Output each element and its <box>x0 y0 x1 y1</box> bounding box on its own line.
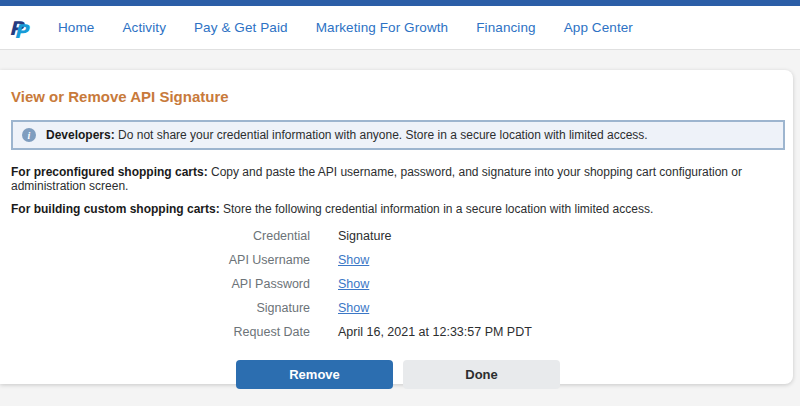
request-date-label: Request Date <box>11 325 310 339</box>
signature-row: Signature Show <box>11 301 785 315</box>
custom-carts-paragraph: For building custom shopping carts: Stor… <box>11 202 785 216</box>
api-username-label: API Username <box>11 253 310 267</box>
api-password-show-link[interactable]: Show <box>338 277 369 291</box>
credentials-table: Credential Signature API Username Show A… <box>11 229 785 339</box>
alert-lead: Developers: <box>46 128 115 142</box>
api-password-label: API Password <box>11 277 310 291</box>
nav-item-marketing-for-growth[interactable]: Marketing For Growth <box>302 14 463 41</box>
signature-show-link[interactable]: Show <box>338 301 369 315</box>
action-buttons: Remove Done <box>11 360 785 389</box>
page-title: View or Remove API Signature <box>11 88 785 105</box>
api-password-row: API Password Show <box>11 277 785 291</box>
paypal-logo-icon[interactable]: P P <box>8 14 34 42</box>
content-card: View or Remove API Signature i Developer… <box>0 70 793 384</box>
nav-item-financing[interactable]: Financing <box>462 14 549 41</box>
developers-alert: i Developers: Do not share your credenti… <box>11 120 785 150</box>
custom-carts-text: Store the following credential informati… <box>220 202 654 216</box>
credential-label: Credential <box>11 229 310 243</box>
custom-carts-lead: For building custom shopping carts: <box>11 202 220 216</box>
api-username-row: API Username Show <box>11 253 785 267</box>
credential-value: Signature <box>338 229 392 243</box>
alert-text: Developers: Do not share your credential… <box>46 128 648 142</box>
nav-item-pay-get-paid[interactable]: Pay & Get Paid <box>180 14 302 41</box>
api-username-show-link[interactable]: Show <box>338 253 369 267</box>
signature-label: Signature <box>11 301 310 315</box>
preconfigured-carts-paragraph: For preconfigured shopping carts: Copy a… <box>11 165 785 193</box>
done-button[interactable]: Done <box>403 360 560 389</box>
nav-item-app-center[interactable]: App Center <box>550 14 647 41</box>
nav-item-activity[interactable]: Activity <box>108 14 180 41</box>
nav-links: Home Activity Pay & Get Paid Marketing F… <box>44 14 647 41</box>
preconfigured-carts-lead: For preconfigured shopping carts: <box>11 165 208 179</box>
svg-text:P: P <box>14 20 31 42</box>
alert-body: Do not share your credential information… <box>115 128 648 142</box>
request-date-value: April 16, 2021 at 12:33:57 PM PDT <box>338 325 532 339</box>
credential-row: Credential Signature <box>11 229 785 243</box>
nav-item-home[interactable]: Home <box>44 14 108 41</box>
remove-button[interactable]: Remove <box>236 360 393 389</box>
main-nav: P P Home Activity Pay & Get Paid Marketi… <box>0 6 800 50</box>
request-date-row: Request Date April 16, 2021 at 12:33:57 … <box>11 325 785 339</box>
info-icon: i <box>22 128 36 142</box>
